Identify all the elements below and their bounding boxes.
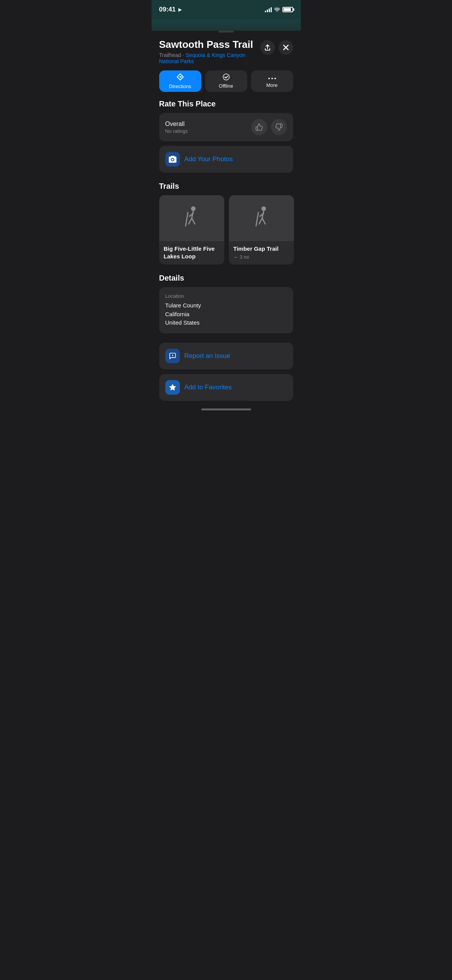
trails-list: Big Five-Little Five Lakes Loop Timber G…	[152, 195, 301, 274]
add-favorites-card[interactable]: Add to Favorites	[159, 374, 293, 401]
overall-label: Overall	[165, 121, 188, 127]
rating-info: Overall No ratings	[165, 121, 188, 134]
location-value: Tulare County California United States	[165, 301, 287, 327]
map-background	[152, 19, 301, 31]
svg-line-9	[189, 218, 192, 224]
directions-button[interactable]: Directions	[159, 70, 201, 92]
location-arrow-icon: ▶	[178, 7, 181, 12]
rating-card: Overall No ratings	[159, 113, 293, 141]
svg-point-3	[268, 78, 270, 79]
offline-label: Offline	[219, 83, 233, 89]
thumbs-down-button[interactable]	[271, 119, 287, 135]
trail-distance-2: ↔ 3 mi	[233, 254, 289, 260]
svg-point-5	[274, 78, 276, 79]
time-display: 09:41	[159, 6, 176, 13]
report-icon-bg	[165, 349, 180, 363]
trail-name-2: Timber Gap Trail	[233, 245, 289, 253]
location-line-3: United States	[165, 319, 200, 326]
wifi-icon	[274, 7, 280, 13]
location-line-1: Tulare County	[165, 302, 201, 309]
rating-row: Overall No ratings	[165, 119, 287, 135]
report-issue-label: Report an Issue	[184, 352, 230, 360]
trail-image-2	[229, 195, 294, 241]
svg-point-13	[261, 206, 266, 211]
more-icon	[268, 74, 276, 81]
add-photos-card[interactable]: Add Your Photos	[159, 146, 293, 173]
directions-icon	[176, 73, 184, 82]
more-label: More	[266, 82, 278, 88]
trail-card-1[interactable]: Big Five-Little Five Lakes Loop	[159, 195, 224, 265]
offline-icon	[223, 74, 230, 82]
trail-image-1	[159, 195, 224, 241]
svg-line-18	[256, 212, 258, 226]
svg-point-2	[223, 74, 229, 80]
battery-icon	[282, 7, 293, 12]
add-photos-text: Add Your Photos	[184, 155, 233, 163]
trails-section-title: Trails	[152, 182, 301, 195]
main-action-buttons: Directions Offline More	[152, 70, 301, 100]
camera-icon-bg	[165, 152, 180, 167]
thumbs-up-button[interactable]	[251, 119, 267, 135]
more-button[interactable]: More	[251, 70, 293, 92]
details-card: Location Tulare County California United…	[159, 287, 293, 333]
offline-button[interactable]: Offline	[205, 70, 247, 92]
svg-point-7	[191, 206, 196, 211]
status-icons	[265, 7, 293, 13]
trail-name-1: Big Five-Little Five Lakes Loop	[164, 245, 220, 260]
status-time: 09:41 ▶	[159, 6, 181, 13]
details-section-title: Details	[152, 274, 301, 287]
location-label: Location	[165, 293, 287, 299]
svg-line-15	[259, 218, 262, 224]
place-title: Sawtooth Pass Trail	[159, 39, 260, 51]
trail-card-2[interactable]: Timber Gap Trail ↔ 3 mi	[229, 195, 294, 265]
trail-info-2: Timber Gap Trail ↔ 3 mi	[229, 241, 294, 265]
location-line-2: California	[165, 311, 189, 317]
header-action-buttons	[260, 40, 293, 55]
no-ratings-label: No ratings	[165, 128, 188, 134]
subtitle-prefix: Trailhead ·	[159, 52, 186, 58]
signal-icon	[265, 7, 272, 12]
place-subtitle: Trailhead · Sequoia & Kings Canyon Natio…	[159, 52, 260, 64]
favorites-icon-bg	[165, 380, 180, 395]
trail-info-1: Big Five-Little Five Lakes Loop	[159, 241, 224, 265]
directions-label: Directions	[169, 83, 191, 89]
close-button[interactable]	[279, 40, 293, 55]
bottom-sheet: Sawtooth Pass Trail Trailhead · Sequoia …	[152, 31, 301, 429]
svg-line-16	[262, 218, 265, 224]
header-info: Sawtooth Pass Trail Trailhead · Sequoia …	[159, 39, 260, 64]
svg-line-12	[186, 212, 188, 226]
svg-line-10	[192, 218, 195, 224]
drag-handle[interactable]	[219, 31, 234, 33]
place-header: Sawtooth Pass Trail Trailhead · Sequoia …	[152, 39, 301, 70]
add-favorites-label: Add to Favorites	[184, 384, 232, 391]
share-button[interactable]	[260, 40, 275, 55]
rate-section-title: Rate This Place	[152, 100, 301, 113]
status-bar: 09:41 ▶	[152, 0, 301, 19]
report-issue-card[interactable]: Report an Issue	[159, 343, 293, 369]
home-indicator	[201, 408, 251, 410]
thumb-buttons	[251, 119, 287, 135]
svg-point-4	[271, 78, 273, 79]
